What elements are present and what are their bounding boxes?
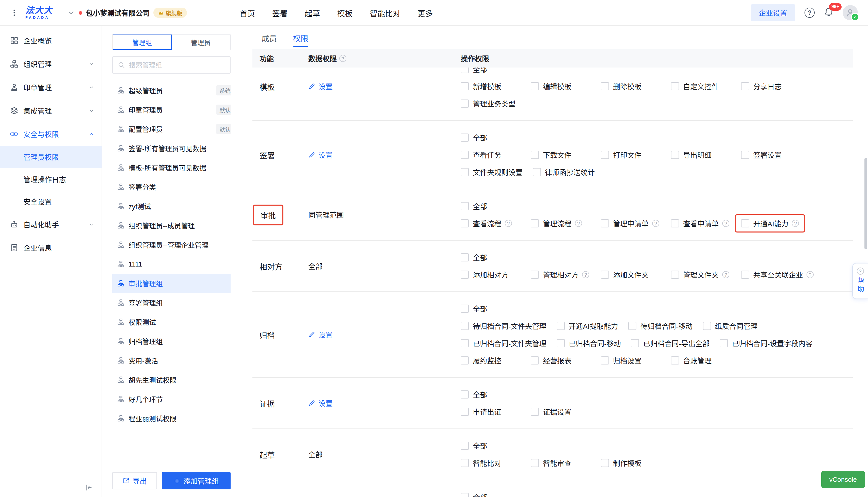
app-menu-icon[interactable]	[10, 9, 18, 17]
checkbox[interactable]	[461, 408, 469, 416]
permission-checkbox-item[interactable]: 开通AI提取能力	[556, 321, 618, 331]
sidebar-item[interactable]: 安全与权限	[0, 122, 101, 146]
group-panel-tab[interactable]: 管理员	[171, 34, 230, 50]
checkbox[interactable]	[741, 271, 749, 279]
sidebar-subitem[interactable]: 管理操作日志	[0, 168, 101, 190]
permission-checkbox-item[interactable]: 签署设置	[741, 150, 801, 160]
permission-checkbox-item[interactable]: 纸质合同管理	[703, 321, 762, 331]
group-list-item[interactable]: 签署管理组	[112, 293, 230, 312]
group-list-item[interactable]: zyf测试	[112, 197, 230, 216]
permission-checkbox-item[interactable]: 分享日志	[741, 81, 801, 91]
checkbox[interactable]	[671, 219, 679, 227]
checkbox[interactable]	[531, 271, 539, 279]
permission-checkbox-item[interactable]: 待归档合同-移动	[628, 321, 692, 331]
group-list-item[interactable]: 费用-激活	[112, 351, 230, 370]
sidebar-item[interactable]: 集成管理	[0, 99, 101, 122]
permission-checkbox-item[interactable]: 履约监控	[461, 355, 521, 366]
checkbox[interactable]	[531, 356, 539, 365]
group-list-item[interactable]: 胡先生测试权限	[112, 370, 230, 389]
triangle-right-icon[interactable]	[112, 107, 114, 112]
checkbox[interactable]	[556, 322, 564, 330]
collapse-sidebar-icon[interactable]	[85, 484, 93, 492]
permission-checkbox-item[interactable]: 经营报表	[531, 355, 591, 366]
permission-checkbox-item[interactable]: 智能审查	[531, 458, 591, 468]
permission-checkbox-item[interactable]: 已归档合同-文件夹管理	[461, 338, 546, 348]
permission-checkbox-item[interactable]: 下载文件	[531, 150, 591, 160]
checkbox[interactable]	[531, 151, 539, 159]
checkbox[interactable]	[601, 459, 609, 467]
help-widget[interactable]: ? 帮助	[852, 263, 868, 299]
permission-checkbox-item[interactable]: 待归档合同-文件夹管理	[461, 321, 546, 331]
fadada-logo[interactable]: 法大大 FADADA	[25, 6, 53, 19]
checkbox[interactable]	[601, 356, 609, 365]
group-search-input[interactable]	[128, 61, 225, 69]
help-icon[interactable]: ?	[792, 220, 799, 227]
sidebar-subitem[interactable]: 管理员权限	[0, 146, 101, 168]
vconsole-button[interactable]: vConsole	[821, 471, 865, 488]
group-panel-tab[interactable]: 管理组	[113, 34, 171, 50]
sidebar-item[interactable]: 企业概览	[0, 29, 101, 52]
sidebar-item[interactable]: 企业信息	[0, 236, 101, 259]
export-button[interactable]: 导出	[112, 472, 157, 489]
data-permission-set-link[interactable]: 设置	[308, 81, 333, 91]
sidebar-item[interactable]: 印章管理	[0, 76, 101, 99]
permission-checkbox-item[interactable]: 管理申请单?	[601, 218, 661, 228]
checkbox[interactable]	[461, 322, 469, 330]
topnav-item[interactable]: 首页	[240, 8, 255, 18]
checkbox[interactable]	[461, 151, 469, 159]
help-icon[interactable]: ?	[722, 220, 729, 227]
checkbox[interactable]	[461, 459, 469, 467]
checkbox[interactable]	[461, 304, 469, 313]
topnav-item[interactable]: 模板	[337, 8, 352, 18]
checkbox[interactable]	[741, 219, 749, 227]
group-list-item[interactable]: 好几个环节	[112, 389, 230, 409]
permission-checkbox-item[interactable]: 台账管理	[671, 355, 731, 366]
main-tab[interactable]: 成员	[262, 26, 277, 49]
permission-checkbox-item[interactable]: 开通AI能力?	[735, 214, 805, 232]
checkbox[interactable]	[461, 219, 469, 227]
permission-checkbox-item[interactable]: 管理流程?	[531, 218, 591, 228]
permission-checkbox-item[interactable]: 删除模板	[601, 81, 661, 91]
help-icon[interactable]: ?	[582, 271, 589, 278]
checkbox[interactable]	[720, 339, 728, 347]
permission-checkbox-item[interactable]: 全部	[461, 441, 521, 451]
sidebar-subitem[interactable]: 安全设置	[0, 190, 101, 213]
group-list-item[interactable]: 组织管理员--管理企业管理	[112, 235, 230, 254]
avatar[interactable]	[843, 5, 858, 20]
group-search[interactable]	[112, 56, 230, 74]
checkbox[interactable]	[631, 339, 639, 347]
checkbox[interactable]	[461, 390, 469, 398]
permission-checkbox-item[interactable]: 自定义控件	[671, 81, 731, 91]
permission-checkbox-item[interactable]: 编辑模板	[531, 81, 591, 91]
checkbox[interactable]	[533, 168, 541, 176]
group-list-item[interactable]: 组织管理员--成员管理	[112, 216, 230, 235]
checkbox[interactable]	[461, 493, 469, 497]
sidebar-item[interactable]: 组织管理	[0, 52, 101, 76]
checkbox[interactable]	[601, 219, 609, 227]
permission-checkbox-item[interactable]: 共享至关联企业?	[741, 270, 814, 280]
help-icon[interactable]: ?	[807, 271, 814, 278]
checkbox[interactable]	[628, 322, 636, 330]
sidebar-item[interactable]: 自动化助手	[0, 213, 101, 236]
notifications-button[interactable]: 99+	[824, 7, 834, 18]
permission-checkbox-item[interactable]: 打印文件	[601, 150, 661, 160]
permission-checkbox-item[interactable]: 制作模板	[601, 458, 661, 468]
checkbox[interactable]	[601, 271, 609, 279]
data-permission-set-link[interactable]: 设置	[308, 150, 333, 160]
group-list-item[interactable]: 1111	[112, 254, 230, 274]
checkbox[interactable]	[601, 151, 609, 159]
permission-checkbox-item[interactable]: 查看任务	[461, 150, 521, 160]
help-icon[interactable]: ?	[505, 220, 512, 227]
checkbox[interactable]	[461, 82, 469, 90]
permission-checkbox-item[interactable]: 已归档合同-导出全部	[631, 338, 710, 348]
permission-checkbox-item[interactable]: 文件夹规则设置	[461, 167, 523, 177]
topnav-item[interactable]: 更多	[418, 8, 433, 18]
checkbox[interactable]	[461, 168, 469, 176]
group-list-item[interactable]: 审批管理组	[112, 274, 230, 293]
help-icon[interactable]: ?	[804, 8, 815, 18]
permission-checkbox-item[interactable]: 全部	[461, 492, 521, 497]
permission-checkbox-item[interactable]: 归档设置	[601, 355, 661, 366]
group-list-item[interactable]: 签署-所有管理员可见数据	[112, 139, 230, 158]
checkbox[interactable]	[531, 82, 539, 90]
checkbox[interactable]	[461, 339, 469, 347]
